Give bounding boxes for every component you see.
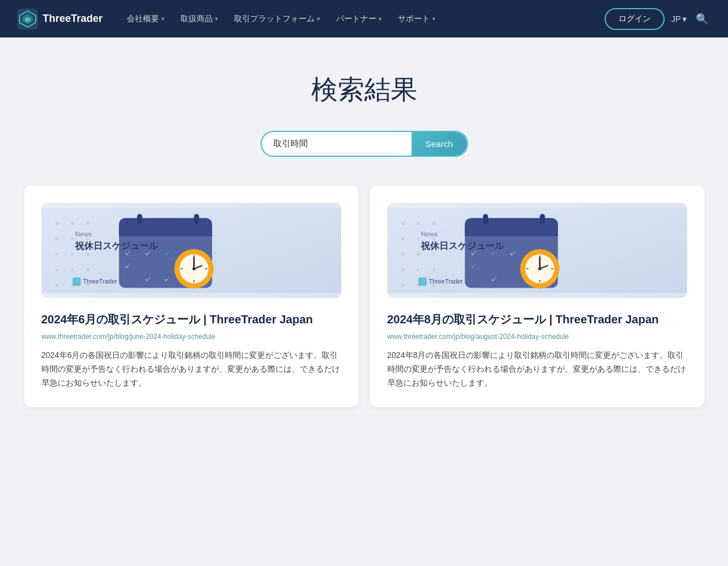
svg-point-13 [86,253,89,256]
svg-point-54 [401,222,404,225]
card-june-description: 2024年6月の各国祝日の影響により取引銘柄の取引時間に変更がございます。取引時… [42,349,341,390]
svg-text:祝休日スケジュール: 祝休日スケジュール [420,240,504,251]
svg-point-62 [432,253,435,256]
svg-rect-23 [137,214,142,224]
svg-point-57 [401,237,404,240]
search-input[interactable] [273,133,412,154]
svg-point-7 [86,222,89,225]
svg-point-56 [432,222,435,225]
chevron-down-icon: ▾ [215,16,218,22]
card-image-june: ✓ ✓ ✓ ✓ ✓ ✓ ✓ [42,203,341,298]
svg-rect-71 [465,229,557,236]
svg-rect-98 [418,278,426,286]
svg-point-9 [71,237,74,240]
card-august-title: 2024年8月の取引スケジュール | ThreeTrader Japan [387,311,687,328]
svg-point-10 [86,237,89,240]
card-august-description: 2024年8月の各国祝日の影響により取引銘柄の取引時間に変更がございます。取引時… [387,349,687,390]
svg-point-61 [417,253,420,256]
nav-item-products[interactable]: 取扱商品 ▾ [173,9,225,29]
svg-point-5 [55,222,58,225]
svg-point-58 [417,237,420,240]
card-image-august: ✓ ✓ ✓ ✓ ✓ ✓ ✓ [387,203,687,298]
main-content: 検索結果 Search [0,37,728,566]
svg-point-15 [71,268,74,271]
svg-point-6 [71,222,74,225]
svg-text:✓: ✓ [144,276,151,284]
svg-point-66 [401,284,404,286]
page-title: 検索結果 [23,72,705,108]
logo-icon [17,9,38,29]
nav-item-company[interactable]: 会社概要 ▾ [120,9,171,29]
login-button[interactable]: ログイン [605,8,665,30]
svg-point-55 [417,222,420,225]
nav-item-platform[interactable]: 取引プラットフォーム ▾ [227,9,327,29]
nav-item-partner[interactable]: パートナー ▾ [329,9,388,29]
logo[interactable]: ThreeTrader [17,9,103,29]
svg-rect-49 [72,278,80,286]
svg-point-64 [417,268,420,271]
card-june-url: www.threetrader.com/jp/blog/june-2024-ho… [42,333,341,341]
calendar-svg-june: ✓ ✓ ✓ ✓ ✓ ✓ ✓ [42,203,341,298]
svg-point-14 [55,268,58,271]
calendar-svg-august: ✓ ✓ ✓ ✓ ✓ ✓ ✓ [387,203,687,298]
svg-text:ThreeTrader: ThreeTrader [82,278,117,285]
svg-point-12 [71,253,74,256]
page-title-section: 検索結果 [23,72,705,108]
card-june-title: 2024年6月の取引スケジュール | ThreeTrader Japan [42,311,341,328]
site-header: ThreeTrader 会社概要 ▾ 取扱商品 ▾ 取引プラットフォーム ▾ パ… [0,0,728,37]
svg-text:✓: ✓ [163,250,170,258]
svg-rect-73 [540,214,545,224]
svg-rect-24 [194,214,199,224]
svg-text:✓: ✓ [163,276,170,284]
logo-text: ThreeTrader [43,13,103,25]
cards-grid: ✓ ✓ ✓ ✓ ✓ ✓ ✓ [24,186,704,407]
search-button[interactable]: Search [412,132,467,156]
svg-text:✓: ✓ [489,276,497,284]
svg-text:ThreeTrader: ThreeTrader [428,278,463,285]
card-june[interactable]: ✓ ✓ ✓ ✓ ✓ ✓ ✓ [24,186,359,407]
search-icon[interactable]: 🔍 [693,10,711,28]
svg-text:祝休日スケジュール: 祝休日スケジュール [74,240,159,251]
svg-rect-72 [482,214,488,224]
svg-point-17 [55,284,58,286]
svg-text:News: News [75,230,92,237]
card-august[interactable]: ✓ ✓ ✓ ✓ ✓ ✓ ✓ [370,186,704,407]
svg-text:News: News [421,230,437,237]
language-selector[interactable]: JP ▾ [672,14,686,24]
svg-rect-22 [119,229,212,236]
chevron-down-icon: ▾ [379,16,382,22]
svg-point-16 [86,268,89,271]
svg-point-8 [55,237,58,240]
chevron-down-icon: ▾ [682,14,686,24]
chevron-down-icon: ▾ [161,16,164,22]
svg-point-63 [401,268,404,271]
search-bar: Search [261,131,468,157]
svg-text:✓: ✓ [508,250,516,258]
svg-point-60 [401,253,404,256]
svg-point-59 [432,237,435,240]
search-bar-wrapper: Search [23,131,705,157]
svg-text:✓: ✓ [124,262,131,270]
nav-item-support[interactable]: サポート ▾ [391,9,442,29]
main-nav: 会社概要 ▾ 取扱商品 ▾ 取引プラットフォーム ▾ パートナー ▾ サポート … [120,9,599,29]
header-right: ログイン JP ▾ 🔍 [605,8,711,30]
svg-text:✓: ✓ [470,262,477,270]
chevron-down-icon: ▾ [432,16,435,22]
svg-point-44 [192,267,195,270]
svg-point-65 [432,268,435,271]
chevron-down-icon: ▾ [317,16,320,22]
svg-point-93 [538,267,541,270]
card-august-url: www.threetrader.com/jp/blog/august-2024-… [387,333,687,341]
svg-point-11 [55,253,58,256]
